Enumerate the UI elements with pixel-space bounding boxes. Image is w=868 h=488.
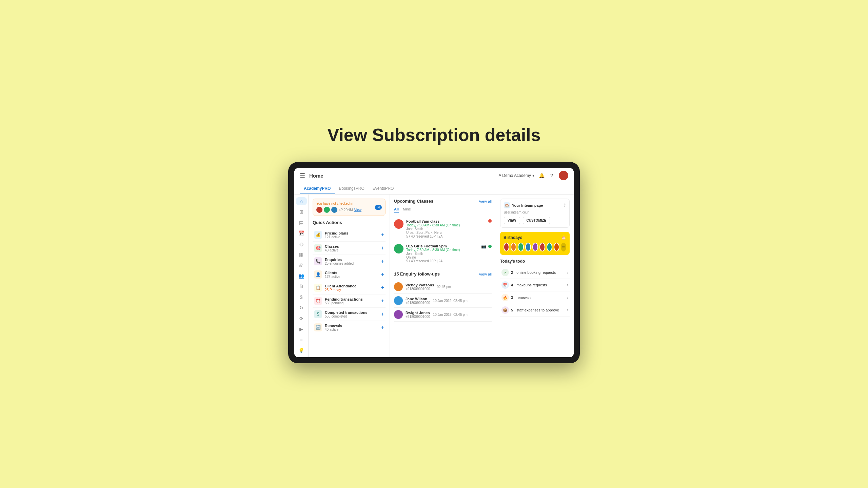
top-bar-title: Home: [309, 173, 499, 179]
enquiry-avatar-3: [394, 310, 403, 319]
tabs-bar: AcademyPRO BookingsPRO EventsPRO: [294, 183, 574, 195]
enquiry-item-3: Dwight Jones +918009001000 10 Jan 2019, …: [394, 308, 492, 322]
tab-academypro[interactable]: AcademyPRO: [300, 183, 335, 194]
sidebar-item-refresh[interactable]: ↻: [296, 304, 307, 312]
sidebar-item-id[interactable]: ▤: [296, 219, 307, 226]
action-sub: 40 active: [325, 328, 342, 331]
todo-section: Today's todo ✓ 2 online booking requests…: [500, 259, 570, 317]
enquiry-phone: +918009001000: [406, 287, 434, 291]
enquiry-details: Wendy Watsons +918009001000: [406, 283, 434, 291]
add-completed-tx-button[interactable]: +: [381, 311, 384, 317]
sidebar-item-home[interactable]: ⌂: [296, 197, 307, 205]
class-status-dot: [488, 245, 492, 248]
tab-bookingspro[interactable]: BookingsPRO: [335, 183, 368, 194]
todo-chevron-icon[interactable]: ›: [567, 308, 568, 312]
view-inteam-button[interactable]: VIEW: [504, 217, 520, 224]
share-icon[interactable]: ⤴: [564, 203, 566, 208]
todo-chevron-icon[interactable]: ›: [567, 270, 568, 275]
academy-selector[interactable]: A Demo Academy ▾: [499, 173, 534, 178]
class-location: Online: [406, 256, 478, 259]
todo-item-booking: ✓ 2 online booking requests ›: [500, 266, 570, 279]
action-info: Classes 40 active: [325, 244, 339, 252]
spots-extra: 2A: [438, 259, 442, 263]
renewals-todo-icon: 🔥: [501, 294, 509, 301]
add-pending-tx-button[interactable]: +: [381, 298, 384, 304]
mini-avatar-2: [324, 207, 330, 213]
action-item-renewals: 🔄 Renewals 40 active +: [313, 321, 386, 334]
inteam-title-text: Your Inteam page: [512, 203, 543, 207]
avatar-row: 4P 20NM View: [316, 207, 361, 213]
class-actions-1: [488, 219, 492, 223]
todo-chevron-icon[interactable]: ›: [567, 283, 568, 287]
sidebar-item-location[interactable]: ◎: [296, 240, 307, 248]
sidebar-item-phone[interactable]: ☏: [296, 261, 307, 269]
class-avatar-2: [394, 244, 403, 253]
view-checkin-link[interactable]: View: [354, 208, 362, 212]
todo-chevron-icon[interactable]: ›: [567, 295, 568, 300]
sidebar-item-grid[interactable]: ⊞: [296, 208, 307, 216]
action-name: Classes: [325, 244, 339, 248]
action-info: Pending transactions 555 pending: [325, 297, 363, 305]
class-instructor: John Smith: [406, 252, 478, 256]
academy-name: A Demo Academy: [499, 173, 531, 178]
action-sub: 555 completed: [325, 314, 367, 318]
inteam-url: user.inteam.co.in: [504, 210, 566, 214]
bell-icon[interactable]: 🔔: [538, 172, 545, 179]
class-location: Urban Sport Park, Nerul: [406, 231, 486, 235]
action-item-classes: 🎯 Classes 40 active +: [313, 242, 386, 255]
spots-p-val: 10P: [430, 235, 436, 238]
action-left: 👤 Clients 175 active: [314, 270, 340, 279]
add-classes-button[interactable]: +: [381, 245, 384, 251]
action-item-completed-tx: $ Completed transactions 555 completed +: [313, 308, 386, 321]
help-icon[interactable]: ?: [549, 172, 555, 179]
view-all-classes[interactable]: View all: [479, 199, 492, 203]
filter-tab-all[interactable]: All: [394, 207, 399, 213]
sidebar-item-history[interactable]: ⟳: [296, 314, 307, 322]
sidebar-item-chart[interactable]: ▦: [296, 250, 307, 258]
birthdays-title: Birthdays 🎂: [504, 235, 566, 240]
action-name: Pricing plans: [325, 231, 348, 235]
sidebar-item-calendar[interactable]: 📅: [296, 229, 307, 237]
action-info: Pricing plans 121 active: [325, 231, 348, 239]
sidebar-item-people[interactable]: 👥: [296, 272, 307, 280]
add-renewals-button[interactable]: +: [381, 324, 384, 330]
action-info: Completed transactions 555 completed: [325, 310, 367, 318]
inteam-card: 🏠 Your Inteam page ⤴ user.inteam.co.in V…: [500, 199, 570, 228]
birthdays-label: Birthdays: [504, 235, 522, 240]
todo-item-expenses: 📦 5 staff expenses to approve ›: [500, 304, 570, 317]
enquiries-icon: 📞: [314, 257, 322, 265]
customize-inteam-button[interactable]: CUSTOMIZE: [523, 217, 550, 224]
sidebar-item-dollar[interactable]: $: [296, 293, 307, 301]
tab-eventspro[interactable]: EventsPRO: [369, 183, 398, 194]
sidebar-item-cal2[interactable]: 🗓: [296, 283, 307, 290]
bday-more-button[interactable]: •••: [561, 243, 566, 251]
user-avatar[interactable]: [559, 171, 568, 180]
todo-text: renewals: [516, 296, 531, 300]
add-pricing-button[interactable]: +: [381, 232, 384, 238]
add-enquiries-button[interactable]: +: [381, 258, 384, 264]
checkin-badge[interactable]: IN: [375, 205, 382, 210]
sidebar-item-video[interactable]: ▶: [296, 325, 307, 333]
action-left: 🎯 Classes 40 active: [314, 244, 339, 252]
quick-actions-panel: You have not checked in 4P 20NM View IN …: [309, 195, 390, 357]
todo-left: 🔥 3 renewals: [501, 294, 531, 301]
add-attendance-button[interactable]: +: [381, 285, 384, 291]
hamburger-icon[interactable]: ☰: [300, 172, 305, 179]
bday-avatar-5: [532, 243, 538, 251]
action-info: Clients 175 active: [325, 271, 340, 279]
quick-actions-title: Quick Actions: [313, 220, 386, 225]
action-sub: 121 active: [325, 235, 348, 239]
filter-tab-mine[interactable]: Mine: [403, 207, 411, 213]
attendance-icon: 📋: [314, 284, 322, 292]
sidebar-item-layers[interactable]: ≡: [296, 336, 307, 344]
enquiry-name: Dwight Jones: [406, 311, 430, 315]
enquiry-time: 10 Jan 2019, 02:45 pm: [433, 299, 468, 303]
action-info: Enquiries 25 enquiries added: [325, 258, 354, 265]
add-clients-button[interactable]: +: [381, 271, 384, 278]
main-layout: ⌂ ⊞ ▤ 📅 ◎ ▦ ☏ 👥 🗓 $ ↻ ⟳ ▶ ≡ 💡: [294, 195, 574, 357]
checkin-count: 4P 20NM: [339, 208, 353, 212]
action-left: 💰 Pricing plans 121 active: [314, 231, 348, 239]
sidebar-item-bulb[interactable]: 💡: [296, 347, 307, 354]
view-all-enquiries[interactable]: View all: [479, 272, 492, 276]
spots-p-val: 10P: [430, 259, 436, 263]
